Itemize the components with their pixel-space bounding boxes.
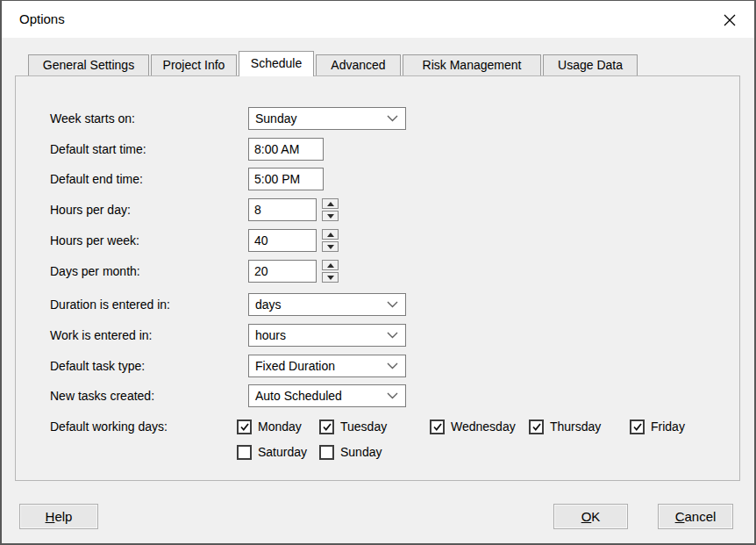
triangle-down-icon	[327, 214, 334, 219]
checkbox-monday[interactable]: Monday	[237, 417, 302, 436]
triangle-up-icon	[327, 202, 334, 206]
checkbox-box	[237, 445, 252, 460]
chevron-down-icon	[387, 332, 398, 339]
titlebar: Options	[2, 1, 754, 38]
working-days-row-2: Saturday Sunday	[2, 442, 754, 462]
checkbox-label: Tuesday	[340, 420, 387, 434]
field-row-default-task-type: Default task type: Fixed Duration	[2, 355, 754, 377]
checkbox-label: Saturday	[258, 445, 307, 459]
hours-per-week-input[interactable]	[248, 229, 317, 252]
triangle-up-icon	[327, 263, 334, 268]
chevron-down-icon	[387, 301, 398, 308]
checkbox-wednesday[interactable]: Wednesday	[430, 417, 516, 436]
spin-up-button[interactable]	[322, 229, 339, 240]
spin-up-button[interactable]	[322, 260, 339, 270]
default-start-time-label: Default start time:	[50, 138, 146, 161]
dropdown-selected-value: Fixed Duration	[255, 359, 335, 373]
triangle-up-icon	[327, 233, 334, 237]
checkbox-label: Friday	[651, 420, 685, 434]
checkbox-friday[interactable]: Friday	[630, 417, 685, 436]
hours-per-day-label: Hours per day:	[50, 198, 131, 221]
tab-usage-data[interactable]: Usage Data	[543, 54, 638, 75]
field-row-hours-per-day: Hours per day:	[2, 198, 754, 221]
checkbox-saturday[interactable]: Saturday	[237, 442, 307, 462]
field-row-days-per-month: Days per month:	[2, 260, 754, 283]
dropdown-selected-value: Auto Scheduled	[255, 389, 342, 403]
field-row-work-entered-in: Work is entered in: hours	[2, 324, 754, 347]
options-dialog: Options General Settings Project Info Sc…	[0, 0, 756, 545]
checkbox-box	[237, 420, 252, 434]
field-row-default-start-time: Default start time:	[2, 138, 754, 161]
checkbox-box	[319, 420, 334, 434]
checkbox-label: Sunday	[340, 445, 382, 459]
spin-up-button[interactable]	[322, 198, 339, 209]
checkbox-box	[529, 420, 544, 434]
default-working-days-label: Default working days:	[50, 417, 168, 436]
checkbox-label: Wednesday	[451, 420, 516, 434]
field-row-hours-per-week: Hours per week:	[2, 229, 754, 252]
checkbox-thursday[interactable]: Thursday	[529, 417, 601, 436]
close-button[interactable]	[716, 8, 744, 32]
working-days-row-1: Default working days: Monday Tuesday Wed…	[2, 417, 754, 436]
field-row-week-starts-on: Week starts on: Sunday	[2, 107, 754, 130]
default-task-type-dropdown[interactable]: Fixed Duration	[248, 355, 406, 377]
week-starts-on-label: Week starts on:	[50, 107, 135, 130]
checkmark-icon	[633, 423, 642, 431]
chevron-down-icon	[387, 392, 398, 399]
field-row-default-end-time: Default end time:	[2, 168, 754, 190]
help-button-mnemonic: H	[46, 509, 55, 524]
chevron-down-icon	[387, 362, 398, 369]
tab-risk-management[interactable]: Risk Management	[403, 54, 541, 75]
triangle-down-icon	[327, 276, 334, 280]
spin-down-button[interactable]	[322, 272, 339, 283]
duration-entered-in-dropdown[interactable]: days	[248, 293, 406, 316]
cancel-button-label: ancel	[684, 509, 716, 524]
triangle-down-icon	[327, 245, 334, 249]
checkbox-tuesday[interactable]: Tuesday	[319, 417, 387, 436]
checkbox-box	[430, 420, 445, 434]
days-per-month-spinner	[322, 260, 339, 283]
ok-button-label: K	[591, 509, 600, 524]
dropdown-selected-value: Sunday	[255, 111, 296, 125]
spin-down-button[interactable]	[322, 211, 339, 221]
checkbox-label: Thursday	[550, 420, 601, 434]
days-per-month-label: Days per month:	[50, 260, 140, 283]
hours-per-day-input[interactable]	[248, 198, 317, 221]
spin-down-button[interactable]	[322, 241, 339, 252]
work-entered-in-dropdown[interactable]: hours	[248, 324, 406, 347]
checkbox-box	[319, 445, 334, 460]
hours-per-day-spinner	[322, 198, 339, 221]
checkbox-label: Monday	[258, 420, 302, 434]
hours-per-week-spinner	[322, 229, 339, 252]
default-end-time-input[interactable]	[248, 168, 324, 190]
checkbox-sunday[interactable]: Sunday	[319, 442, 382, 462]
default-start-time-input[interactable]	[248, 138, 324, 161]
help-button-label: elp	[54, 509, 72, 524]
dialog-title: Options	[19, 1, 65, 38]
ok-button[interactable]: OK	[553, 504, 628, 529]
cancel-button-mnemonic: C	[675, 509, 685, 524]
x-icon	[724, 14, 736, 26]
tab-strip: General Settings Project Info Schedule A…	[28, 51, 638, 76]
cancel-button[interactable]: Cancel	[658, 504, 733, 529]
new-tasks-created-dropdown[interactable]: Auto Scheduled	[248, 384, 406, 407]
days-per-month-input[interactable]	[248, 260, 317, 283]
help-button[interactable]: Help	[19, 504, 98, 529]
tab-general-settings[interactable]: General Settings	[28, 54, 149, 75]
tab-advanced[interactable]: Advanced	[316, 54, 401, 75]
work-entered-in-label: Work is entered in:	[50, 324, 152, 347]
week-starts-on-dropdown[interactable]: Sunday	[248, 107, 406, 130]
ok-button-mnemonic: O	[581, 509, 592, 524]
tab-project-info[interactable]: Project Info	[151, 54, 237, 75]
field-row-duration-entered-in: Duration is entered in: days	[2, 293, 754, 316]
checkmark-icon	[323, 423, 332, 431]
new-tasks-created-label: New tasks created:	[50, 384, 154, 407]
checkbox-box	[630, 420, 645, 434]
chevron-down-icon	[387, 115, 398, 122]
checkmark-icon	[433, 423, 442, 431]
default-task-type-label: Default task type:	[50, 355, 145, 377]
tab-schedule[interactable]: Schedule	[239, 51, 314, 76]
default-end-time-label: Default end time:	[50, 168, 143, 190]
checkmark-icon	[532, 423, 541, 431]
field-row-new-tasks-created: New tasks created: Auto Scheduled	[2, 384, 754, 407]
